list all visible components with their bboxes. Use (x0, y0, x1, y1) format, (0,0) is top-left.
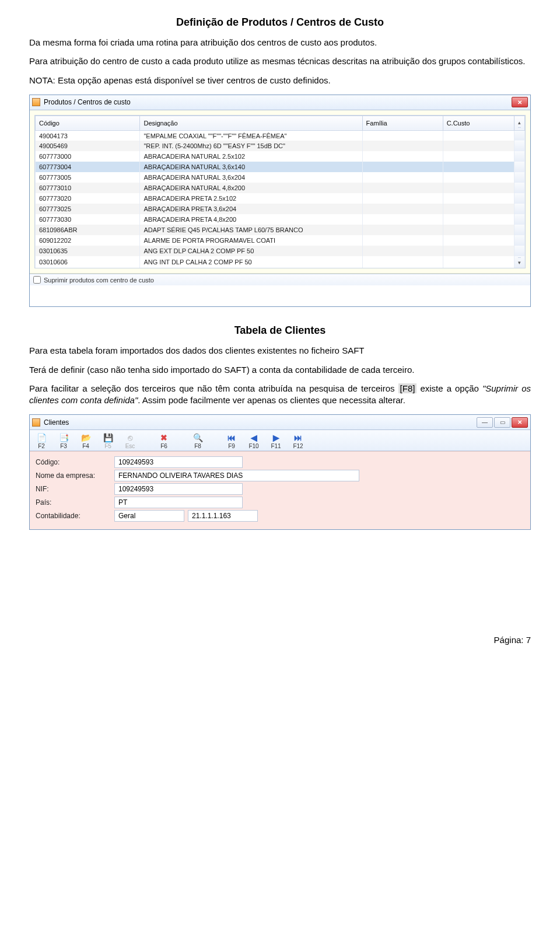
scrollbar-track[interactable] (514, 151, 525, 162)
table-row[interactable]: 03010606ANG INT DLP CALHA 2 COMP PF 50▾ (36, 256, 525, 268)
new-button[interactable]: 📄F2 (33, 432, 50, 449)
scrollbar-track[interactable] (514, 214, 525, 225)
cell-ccusto (443, 214, 514, 225)
scrollbar-track[interactable] (514, 225, 525, 235)
table-row[interactable]: 609012202ALARME DE PORTA PROGRAMAVEL COA… (36, 235, 525, 246)
cell-codigo: 607773020 (36, 193, 140, 204)
scrollbar-track[interactable] (514, 246, 525, 256)
table-row[interactable]: 03010635ANG EXT DLP CALHA 2 COMP PF 50 (36, 246, 525, 256)
cancel-button[interactable]: ⎋Esc (122, 432, 138, 449)
cell-designacao: "EMPALME COAXIAL ""F""-""F"" FÊMEA-FÊMEA… (140, 130, 362, 141)
cell-designacao: ANG INT DLP CALHA 2 COMP PF 50 (140, 256, 362, 268)
cell-designacao: ABRAÇADEIRA NATURAL 4,8x200 (140, 183, 362, 193)
section2-title: Tabela de Clientes (29, 324, 531, 337)
section1-title: Definição de Produtos / Centros de Custo (29, 16, 531, 29)
col-codigo[interactable]: Código (36, 116, 140, 130)
cell-familia (362, 141, 443, 151)
scrollbar-track[interactable] (514, 130, 525, 141)
save-button[interactable]: 💾F5 (100, 432, 116, 449)
p3-part-a: Para facilitar a seleção dos terceiros q… (29, 383, 398, 393)
contabilidade-conta-field[interactable]: 21.1.1.1.163 (188, 510, 258, 522)
table-row[interactable]: 607773025ABRAÇADEIRA PRETA 3,6x204 (36, 204, 525, 214)
delete-button[interactable]: ✖F6 (156, 432, 172, 449)
col-familia[interactable]: Família (362, 116, 443, 130)
table-row[interactable]: 49005469"REP. INT. (5-2400Mhz) 6D ""EASY… (36, 141, 525, 151)
table-row[interactable]: 607773020ABRACADEIRA PRETA 2.5x102 (36, 193, 525, 204)
cell-familia (362, 130, 443, 141)
table-row[interactable]: 607773000ABRACADEIRA NATURAL 2.5x102 (36, 151, 525, 162)
cell-familia (362, 162, 443, 172)
table-row[interactable]: 607773030ABRAÇADEIRA PRETA 4,8x200 (36, 214, 525, 225)
cell-familia (362, 183, 443, 193)
col-ccusto[interactable]: C.Custo (443, 116, 514, 130)
cell-ccusto (443, 256, 514, 268)
open-button[interactable]: 📂F4 (78, 432, 94, 449)
close-icon[interactable]: ✕ (512, 97, 528, 107)
cell-codigo: 607773010 (36, 183, 140, 193)
cell-designacao: ABRACADEIRA NATURAL 2.5x102 (140, 151, 362, 162)
copy-button[interactable]: 📑F3 (55, 432, 72, 449)
cell-codigo: 607773005 (36, 172, 140, 183)
clientes-form: Código: 109249593 Nome da empresa: FERNA… (30, 451, 530, 529)
table-row[interactable]: 6810986ABRADAPT SÉRIE Q45 P/CALHAS TAMP … (36, 225, 525, 235)
cell-ccusto (443, 193, 514, 204)
cell-designacao: ADAPT SÉRIE Q45 P/CALHAS TAMP L60/75 BRA… (140, 225, 362, 235)
scrollbar-track[interactable] (514, 204, 525, 214)
table-row[interactable]: 49004173"EMPALME COAXIAL ""F""-""F"" FÊM… (36, 130, 525, 141)
cell-designacao: ANG EXT DLP CALHA 2 COMP PF 50 (140, 246, 362, 256)
nif-field[interactable]: 109249593 (114, 483, 243, 495)
cell-familia (362, 204, 443, 214)
minimize-icon[interactable]: — (477, 417, 493, 428)
produtos-table[interactable]: Código Designação Família C.Custo ▴ 4900… (35, 116, 525, 268)
cell-designacao: ALARME DE PORTA PROGRAMAVEL COATI (140, 235, 362, 246)
search-button[interactable]: 🔍F8 (190, 432, 206, 449)
codigo-field[interactable]: 109249593 (114, 456, 243, 468)
maximize-icon[interactable]: ▭ (494, 417, 510, 428)
nav-first-button[interactable]: ⏮F9 (223, 432, 240, 449)
f8-key-hint: [F8] (398, 383, 417, 393)
cell-codigo: 607773004 (36, 162, 140, 172)
table-row[interactable]: 607773010ABRAÇADEIRA NATURAL 4,8x200 (36, 183, 525, 193)
cell-codigo: 607773000 (36, 151, 140, 162)
cell-ccusto (443, 225, 514, 235)
cell-ccusto (443, 151, 514, 162)
table-row[interactable]: 607773005ABRAÇADEIRA NATURAL 3,6x204 (36, 172, 525, 183)
close-icon[interactable]: ✕ (512, 417, 528, 428)
section1-p1: Da mesma forma foi criada uma rotina par… (29, 37, 531, 48)
window-app-icon (32, 98, 40, 106)
scrollbar-track[interactable] (514, 183, 525, 193)
cell-codigo: 607773025 (36, 204, 140, 214)
cell-ccusto (443, 183, 514, 193)
nav-last-button[interactable]: ⏭F12 (290, 432, 306, 449)
col-designacao[interactable]: Designação (140, 116, 362, 130)
pais-field[interactable]: PT (114, 497, 243, 508)
scrollbar-track[interactable] (514, 141, 525, 151)
cell-ccusto (443, 246, 514, 256)
nome-field[interactable]: FERNANDO OLIVEIRA TAVARES DIAS (114, 470, 359, 481)
cell-designacao: ABRACADEIRA PRETA 2.5x102 (140, 193, 362, 204)
produtos-titlebar[interactable]: Produtos / Centros de custo ✕ (30, 95, 530, 110)
cell-familia (362, 235, 443, 246)
p3-part-c: . Assim pode facilmente ver apenas os cl… (138, 395, 405, 405)
scrollbar-track[interactable] (514, 193, 525, 204)
produtos-footer: Suprimir produtos com centro de custo (30, 274, 530, 285)
contabilidade-tipo-field[interactable]: Geral (114, 510, 184, 522)
scrollbar-track[interactable]: ▾ (514, 256, 525, 268)
nav-next-button[interactable]: ▶F11 (268, 432, 284, 449)
cell-familia (362, 214, 443, 225)
table-row[interactable]: 607773004ABRAÇADEIRA NATURAL 3,6x140 (36, 162, 525, 172)
cell-ccusto (443, 204, 514, 214)
nav-prev-button[interactable]: ◀F10 (246, 432, 262, 449)
clientes-window: Clientes — ▭ ✕ 📄F2 📑F3 📂F4 💾F5 ⎋Esc ✖F6 … (29, 414, 531, 530)
contabilidade-label: Contabilidade: (36, 512, 114, 520)
scrollbar-track[interactable] (514, 235, 525, 246)
scrollbar-track[interactable] (514, 162, 525, 172)
clientes-titlebar[interactable]: Clientes — ▭ ✕ (30, 415, 530, 430)
section2-p3: Para facilitar a seleção dos terceiros q… (29, 383, 531, 407)
cell-ccusto (443, 130, 514, 141)
cell-codigo: 03010635 (36, 246, 140, 256)
scrollbar-track[interactable] (514, 172, 525, 183)
suprimir-checkbox[interactable] (33, 276, 41, 284)
scroll-up-icon[interactable]: ▴ (514, 116, 525, 130)
section2-p2: Terá de definir (caso não tenha sido imp… (29, 364, 531, 376)
